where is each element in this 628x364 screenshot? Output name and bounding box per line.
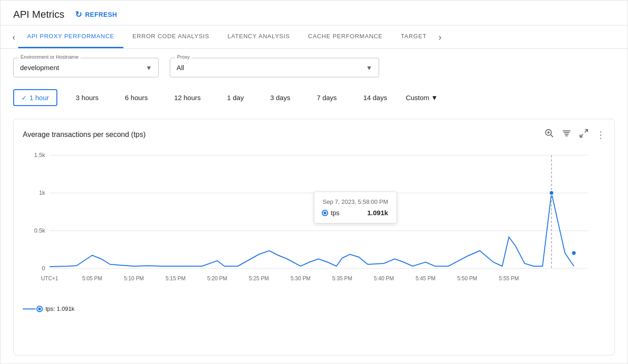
chart-filter-icon[interactable] bbox=[562, 128, 572, 141]
refresh-icon: ↻ bbox=[75, 10, 82, 20]
time-btn-14days[interactable]: 14 days bbox=[355, 90, 395, 106]
legend-series: tps: 1.091k bbox=[46, 305, 75, 312]
chart-header: Average transactions per second (tps) bbox=[23, 128, 605, 141]
chart-svg: 1.5k 1k 0.5k 0 UTC+1 5:05 PM 5:10 PM 5:1… bbox=[23, 146, 605, 301]
refresh-button[interactable]: ↻ REFRESH bbox=[75, 10, 117, 20]
chart-fullscreen-icon[interactable] bbox=[579, 128, 589, 141]
svg-text:1k: 1k bbox=[39, 189, 46, 196]
chart-area: 1.5k 1k 0.5k 0 UTC+1 5:05 PM 5:10 PM 5:1… bbox=[23, 146, 605, 303]
time-btn-3days[interactable]: 3 days bbox=[263, 90, 298, 106]
svg-text:5:55 PM: 5:55 PM bbox=[499, 275, 519, 282]
proxy-value: All bbox=[177, 64, 184, 71]
svg-text:5:50 PM: 5:50 PM bbox=[457, 275, 477, 282]
chart-legend: tps: 1.091k bbox=[23, 305, 605, 312]
time-btn-12hours[interactable]: 12 hours bbox=[167, 90, 208, 106]
svg-text:5:30 PM: 5:30 PM bbox=[290, 275, 310, 282]
environment-dropdown-icon: ▼ bbox=[146, 64, 152, 71]
svg-point-19 bbox=[549, 191, 554, 195]
time-range-row: ✓ 1 hour 3 hours 6 hours 12 hours 1 day … bbox=[0, 82, 628, 111]
time-btn-6hours[interactable]: 6 hours bbox=[117, 90, 156, 106]
chart-title: Average transactions per second (tps) bbox=[23, 131, 146, 139]
svg-point-20 bbox=[572, 251, 576, 255]
svg-line-9 bbox=[580, 134, 583, 137]
time-btn-7days[interactable]: 7 days bbox=[309, 90, 344, 106]
tabs-bar: ‹ API PROXY PERFORMANCE ERROR CODE ANALY… bbox=[0, 25, 628, 49]
svg-text:5:20 PM: 5:20 PM bbox=[207, 275, 227, 282]
time-btn-1hour[interactable]: ✓ 1 hour bbox=[13, 89, 57, 106]
tabs-next-button[interactable]: › bbox=[436, 26, 444, 48]
time-btn-1day[interactable]: 1 day bbox=[219, 90, 252, 106]
chart-zoom-icon[interactable] bbox=[544, 128, 554, 141]
legend-line bbox=[23, 307, 42, 311]
chart-toolbar: ⋮ bbox=[544, 128, 605, 141]
svg-text:5:15 PM: 5:15 PM bbox=[166, 275, 186, 282]
environment-label: Environment or Hostname bbox=[19, 54, 81, 60]
svg-text:UTC+1: UTC+1 bbox=[41, 275, 58, 282]
svg-text:0.5k: 0.5k bbox=[34, 227, 46, 234]
svg-line-1 bbox=[551, 135, 553, 137]
proxy-select[interactable]: All ▼ bbox=[170, 58, 379, 77]
app-title: API Metrics bbox=[13, 9, 64, 20]
svg-line-8 bbox=[585, 130, 587, 132]
legend-dash bbox=[23, 308, 35, 309]
custom-dropdown-icon: ▼ bbox=[431, 94, 438, 101]
time-btn-custom[interactable]: Custom ▼ bbox=[406, 94, 438, 101]
environment-value: development bbox=[20, 64, 59, 71]
svg-text:5:10 PM: 5:10 PM bbox=[124, 275, 144, 282]
svg-text:5:35 PM: 5:35 PM bbox=[332, 275, 352, 282]
proxy-select-group: Proxy All ▼ bbox=[170, 58, 379, 77]
time-btn-3hours[interactable]: 3 hours bbox=[68, 90, 106, 106]
environment-select-group: Environment or Hostname development ▼ bbox=[13, 58, 159, 77]
tab-error-code-analysis[interactable]: ERROR CODE ANALYSIS bbox=[123, 25, 218, 48]
tab-cache-performance[interactable]: CACHE PERFORMANCE bbox=[299, 25, 392, 48]
chart-more-icon[interactable]: ⋮ bbox=[596, 129, 605, 140]
proxy-label: Proxy bbox=[175, 54, 192, 60]
svg-text:0: 0 bbox=[42, 265, 45, 272]
tab-target[interactable]: TARGET bbox=[392, 25, 436, 48]
checkmark-icon: ✓ bbox=[21, 94, 27, 101]
svg-text:5:45 PM: 5:45 PM bbox=[415, 275, 436, 282]
svg-text:5:05 PM: 5:05 PM bbox=[82, 275, 102, 282]
environment-select[interactable]: development ▼ bbox=[13, 58, 159, 77]
svg-text:1.5k: 1.5k bbox=[34, 152, 46, 158]
svg-text:5:25 PM: 5:25 PM bbox=[249, 275, 269, 282]
tabs-prev-button[interactable]: ‹ bbox=[10, 26, 18, 48]
proxy-dropdown-icon: ▼ bbox=[366, 64, 372, 71]
tab-latency-analysis[interactable]: LATENCY ANALYSIS bbox=[218, 25, 299, 48]
header: API Metrics ↻ REFRESH bbox=[0, 0, 628, 25]
filters-row: Environment or Hostname development ▼ Pr… bbox=[0, 49, 628, 82]
tab-api-proxy-performance[interactable]: API PROXY PERFORMANCE bbox=[18, 25, 123, 48]
legend-dot bbox=[37, 307, 42, 311]
svg-text:5:40 PM: 5:40 PM bbox=[374, 275, 394, 282]
chart-panel: Average transactions per second (tps) bbox=[13, 119, 615, 355]
